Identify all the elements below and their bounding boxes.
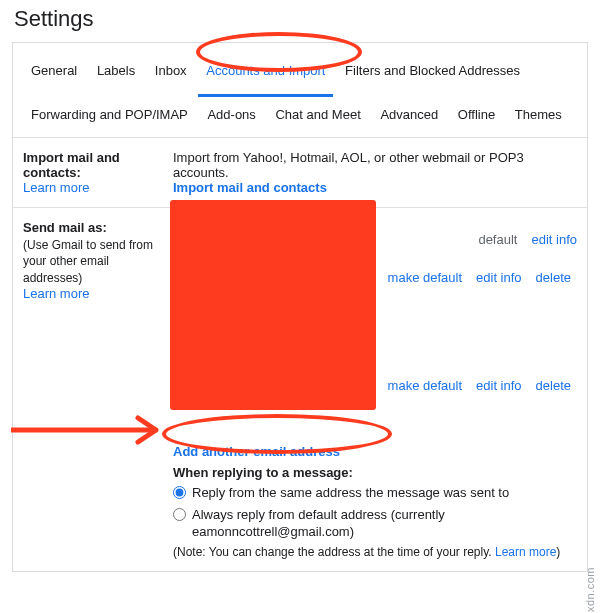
add-another-email-link[interactable]: Add another email address — [173, 444, 340, 459]
edit-info-link[interactable]: edit info — [476, 378, 522, 393]
delete-link[interactable]: delete — [536, 270, 571, 285]
tab-inbox[interactable]: Inbox — [147, 53, 195, 94]
reply-option-default-label: Always reply from default address (curre… — [192, 506, 577, 541]
reply-note-learn-more-link[interactable]: Learn more — [495, 545, 556, 559]
edit-info-link[interactable]: edit info — [476, 270, 522, 285]
tab-advanced[interactable]: Advanced — [372, 97, 446, 138]
tab-general[interactable]: General — [23, 53, 85, 94]
tab-offline[interactable]: Offline — [450, 97, 503, 138]
tab-accounts-and-import[interactable]: Accounts and Import — [198, 53, 333, 97]
tabs-bar: General Labels Inbox Accounts and Import… — [13, 43, 587, 137]
tab-addons[interactable]: Add-ons — [199, 97, 263, 138]
tab-chat[interactable]: Chat and Meet — [267, 97, 368, 138]
make-default-link[interactable]: make default — [388, 270, 462, 285]
tab-filters[interactable]: Filters and Blocked Addresses — [337, 53, 528, 94]
reply-option-same[interactable]: Reply from the same address the message … — [173, 484, 577, 502]
watermark: wsxdn.com — [584, 567, 596, 613]
tab-themes[interactable]: Themes — [507, 97, 570, 138]
tab-labels[interactable]: Labels — [89, 53, 143, 94]
delete-link[interactable]: delete — [536, 378, 571, 393]
import-title: Import mail and contacts: — [23, 150, 163, 180]
reply-title: When replying to a message: — [173, 465, 577, 480]
reply-note: (Note: You can change the address at the… — [173, 545, 577, 559]
reply-radio-default[interactable] — [173, 508, 186, 521]
reply-option-default[interactable]: Always reply from default address (curre… — [173, 506, 577, 541]
sendas-sub: (Use Gmail to send from your other email… — [23, 237, 163, 286]
default-label: default — [478, 232, 517, 247]
import-desc: Import from Yahoo!, Hotmail, AOL, or oth… — [173, 150, 577, 180]
reply-option-same-label: Reply from the same address the message … — [192, 484, 509, 502]
reply-radio-same[interactable] — [173, 486, 186, 499]
sendas-title: Send mail as: — [23, 220, 163, 235]
section-import: Import mail and contacts: Learn more Imp… — [13, 137, 587, 207]
import-action-link[interactable]: Import mail and contacts — [173, 180, 327, 195]
tab-forwarding[interactable]: Forwarding and POP/IMAP — [23, 97, 196, 138]
redaction-block — [170, 200, 376, 410]
import-learn-more-link[interactable]: Learn more — [23, 180, 89, 195]
page-title: Settings — [0, 0, 600, 42]
edit-info-link[interactable]: edit info — [531, 232, 577, 247]
sendas-learn-more-link[interactable]: Learn more — [23, 286, 89, 301]
make-default-link[interactable]: make default — [388, 378, 462, 393]
